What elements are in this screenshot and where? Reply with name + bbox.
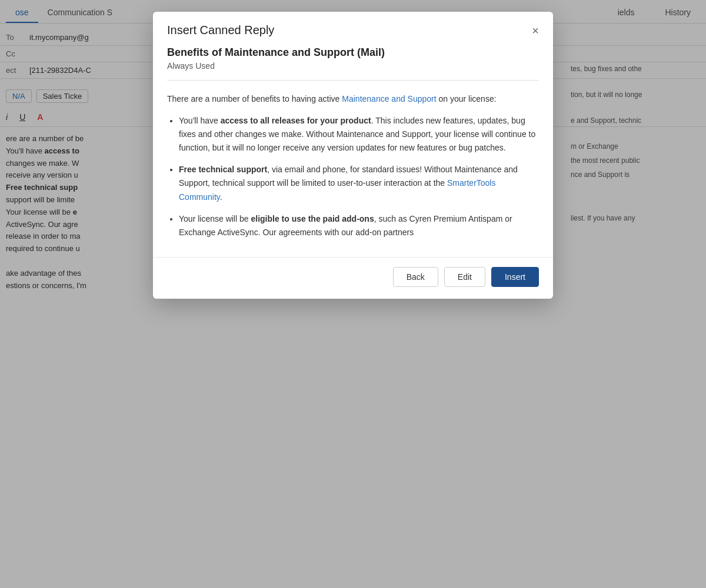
intro-suffix: on your license: [439,94,497,103]
insert-button[interactable]: Insert [491,267,539,287]
modal-header: Insert Canned Reply × [153,12,553,46]
canned-reply-modal: Insert Canned Reply × Benefits of Mainte… [153,12,553,299]
benefit-item-2: Free technical support, via email and ph… [179,163,539,203]
canned-reply-content: There are a number of benefits to having… [167,92,539,239]
benefit-item-1: You'll have access to all releases for y… [179,114,539,155]
modal-title: Insert Canned Reply [167,24,274,37]
modal-body: Benefits of Maintenance and Support (Mai… [153,46,553,257]
canned-reply-subtitle: Always Used [167,61,539,71]
benefit-item-3: Your license will be eligible to use the… [179,212,539,239]
modal-overlay: Insert Canned Reply × Benefits of Mainte… [0,0,706,588]
back-button[interactable]: Back [393,267,438,287]
modal-divider [167,80,539,81]
modal-close-button[interactable]: × [532,25,539,36]
modal-footer: Back Edit Insert [153,257,553,299]
benefits-list: You'll have access to all releases for y… [167,114,539,239]
canned-reply-title: Benefits of Maintenance and Support (Mai… [167,46,539,59]
maintenance-support-link[interactable]: Maintenance and Support [342,94,436,103]
edit-button[interactable]: Edit [444,267,485,287]
intro-text: There are a number of benefits to having… [167,94,339,103]
